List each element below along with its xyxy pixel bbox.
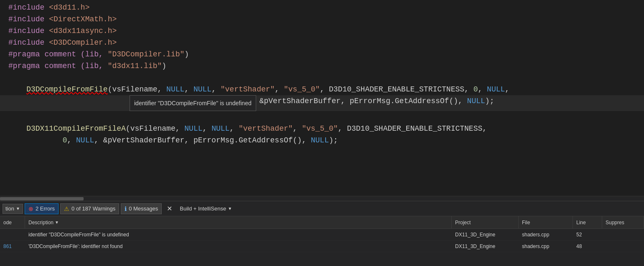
build-label: Build + IntelliSense: [180, 205, 226, 212]
clear-filter-icon: ✕: [167, 205, 172, 213]
build-dropdown[interactable]: Build + IntelliSense ▼: [180, 205, 232, 212]
code-line-7: [0, 72, 644, 84]
code-line-3: #include <d3dx11async.h>: [0, 25, 644, 37]
col-header-suppress[interactable]: Suppres: [602, 216, 644, 228]
col-header-desc[interactable]: Description ▼: [25, 216, 452, 228]
scrollbar-thumb[interactable]: [0, 197, 84, 200]
bottom-toolbar: tion ▼ ⊗ 2 Errors ⚠ 0 of 187 Warnings ℹ …: [0, 201, 644, 216]
include-path: <d3d11.h>: [49, 2, 89, 13]
error-panel-header: ode Description ▼ Project File Line Supp…: [0, 216, 644, 229]
build-chevron: ▼: [228, 206, 232, 211]
messages-label: 0 Messages: [129, 205, 158, 212]
code-line-8: D3DCompileFromFile (vsFilename, NULL , N…: [0, 84, 644, 95]
error-icon: ⊗: [28, 205, 33, 212]
code-line-5: #pragma comment (lib, "D3DCompiler.lib"): [0, 48, 644, 60]
error-desc-2: 'D3DCompileFromFile': identifier not fou…: [25, 243, 452, 249]
errors-button[interactable]: ⊗ 2 Errors: [25, 203, 59, 214]
error-file-2: shaders.cpp: [519, 243, 573, 249]
code-line-12: 0 , NULL , &pVertShaderBuffer, pErrorMsg…: [0, 134, 644, 146]
warning-icon: ⚠: [64, 205, 69, 212]
info-icon: ℹ: [125, 205, 127, 212]
warnings-button[interactable]: ⚠ 0 of 187 Warnings: [60, 203, 119, 214]
error-file-1: shaders.cpp: [519, 232, 573, 238]
sort-arrow-desc: ▼: [55, 220, 59, 225]
col-header-file[interactable]: File: [519, 216, 573, 228]
error-desc-1: identifier "D3DCompileFromFile" is undef…: [25, 232, 452, 238]
code-line-1: #include <d3d11.h>: [0, 2, 644, 13]
col-header-line[interactable]: Line: [573, 216, 602, 228]
code-line-10: [0, 111, 644, 123]
include-keyword: #include: [8, 2, 49, 13]
col-header-project[interactable]: Project: [452, 216, 519, 228]
col-header-code[interactable]: ode: [0, 216, 25, 228]
errors-label: 2 Errors: [36, 205, 55, 212]
error-project-1: DX11_3D_Engine: [452, 232, 519, 238]
code-line-11: D3DX11CompileFromFileA (vsFilename, NULL…: [0, 123, 644, 134]
error-row-2[interactable]: 861 'D3DCompileFromFile': identifier not…: [0, 241, 644, 252]
clear-filter-button[interactable]: ✕: [163, 203, 176, 214]
error-tooltip: identifier "D3DCompileFromFile" is undef…: [130, 95, 256, 111]
error-code-2: 861: [0, 243, 25, 249]
code-line-6: #pragma comment (lib, "d3dx11.lib"): [0, 60, 644, 72]
messages-button[interactable]: ℹ 0 Messages: [121, 203, 162, 214]
error-row-1[interactable]: identifier "D3DCompileFromFile" is undef…: [0, 229, 644, 241]
code-line-2: #include <DirectXMath.h>: [0, 13, 644, 25]
error-panel: ode Description ▼ Project File Line Supp…: [0, 216, 644, 266]
code-line-4: #include <D3DCompiler.h>: [0, 37, 644, 48]
filter-chevron: ▼: [16, 206, 20, 211]
horizontal-scrollbar[interactable]: [0, 196, 644, 201]
squiggly-error-func: D3DCompileFromFile: [26, 84, 107, 95]
filter-dropdown[interactable]: tion ▼: [3, 204, 23, 214]
error-line-2: 48: [573, 243, 602, 249]
filter-label: tion: [5, 205, 14, 212]
code-editor[interactable]: #include <d3d11.h> #include <DirectXMath…: [0, 0, 644, 196]
warnings-label: 0 of 187 Warnings: [71, 205, 115, 212]
code-line-tooltip-row: identifier "D3DCompileFromFile" is undef…: [0, 95, 644, 111]
error-line-1: 52: [573, 232, 602, 238]
error-project-2: DX11_3D_Engine: [452, 243, 519, 249]
